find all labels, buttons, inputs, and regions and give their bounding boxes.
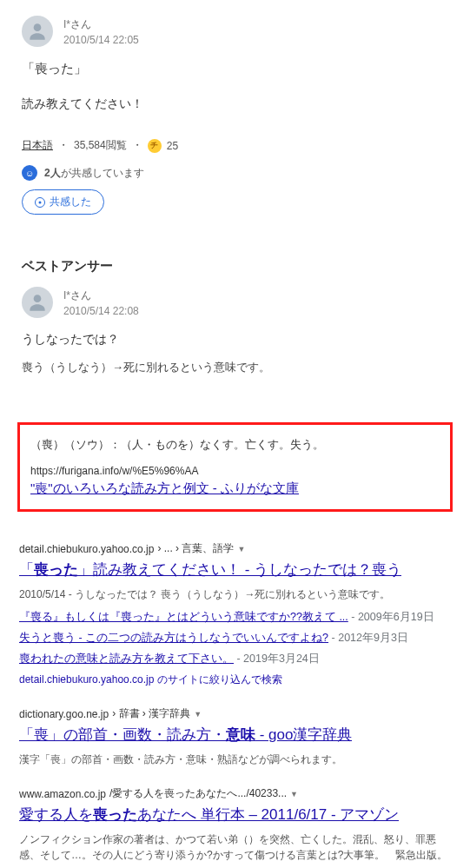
result-title-link[interactable]: 「喪」の部首・画数・読み方・意味 - goo漢字辞典 bbox=[19, 725, 352, 745]
chevron-down-icon[interactable]: ▼ bbox=[194, 710, 202, 719]
highlight-definition: （喪）（ソウ）：（人・ものを）なくす。亡くす。失う。 bbox=[30, 437, 440, 453]
related-link[interactable]: 喪われたの意味と読み方を教えて下さい。 bbox=[19, 653, 234, 665]
result-domain: detail.chiebukuro.yahoo.co.jp bbox=[19, 543, 154, 555]
sympathize-count: 2人 bbox=[44, 167, 61, 179]
answer-line-1: うしなったでは？ bbox=[22, 332, 448, 348]
coin-icon: チ bbox=[148, 139, 162, 153]
related-date: - 2012年9月3日 bbox=[332, 632, 408, 644]
related-link[interactable]: 失うと喪う - この二つの読み方はうしなうでいいんですよね? bbox=[19, 632, 328, 644]
answerer-username[interactable]: I* bbox=[63, 289, 70, 301]
result-path: /愛する人を喪ったあなたへ.../40233... bbox=[109, 786, 287, 801]
best-answer: I*さん 2010/5/14 22:08 うしなったでは？ 喪う（うしなう）→死… bbox=[0, 287, 470, 407]
svg-point-0 bbox=[34, 23, 42, 31]
best-answer-heading: ベストアンサー bbox=[0, 258, 470, 275]
related-date: - 2009年6月19日 bbox=[351, 611, 434, 623]
view-count: 35,584閲覧 bbox=[74, 138, 127, 153]
question-title: 「喪った」 bbox=[22, 61, 448, 77]
search-result: www.amazon.co.jp /愛する人を喪ったあなたへ.../40233.… bbox=[19, 786, 451, 863]
highlight-box: （喪）（ソウ）：（人・ものを）なくす。亡くす。失う。 https://furig… bbox=[17, 422, 453, 512]
related-link[interactable]: 『喪る』もしくは『喪った』とはどういう意味ですか??教えて ... bbox=[19, 611, 348, 623]
chevron-down-icon[interactable]: ▼ bbox=[237, 545, 245, 553]
search-result: detail.chiebukuro.yahoo.co.jp › ... › 言葉… bbox=[19, 541, 451, 687]
question-body: 読み教えてください！ bbox=[22, 96, 448, 112]
result-title-link[interactable]: 愛する人を喪ったあなたへ 単行本 – 2011/6/17 - アマゾン bbox=[19, 805, 399, 825]
coin-count: 25 bbox=[167, 140, 178, 152]
answerer-row: I*さん 2010/5/14 22:08 bbox=[22, 287, 448, 318]
sympathize-row: ☺ 2人が共感しています bbox=[22, 165, 448, 181]
share-icon bbox=[35, 197, 45, 208]
share-button[interactable]: 共感した bbox=[22, 189, 104, 215]
chevron-down-icon[interactable]: ▼ bbox=[290, 790, 298, 798]
answerer-avatar[interactable] bbox=[22, 287, 53, 318]
asker-timestamp: 2010/5/14 22:05 bbox=[63, 34, 139, 46]
result-path: › ... › 言葉、語学 bbox=[157, 541, 234, 556]
breadcrumb: detail.chiebukuro.yahoo.co.jp › ... › 言葉… bbox=[19, 541, 451, 556]
site-restrict-link[interactable]: detail.chiebukuro.yahoo.co.jp のサイトに絞り込んで… bbox=[19, 673, 451, 687]
svg-point-1 bbox=[34, 295, 42, 302]
sympathize-badge-icon: ☺ bbox=[22, 165, 37, 181]
result-domain: dictionary.goo.ne.jp bbox=[19, 708, 109, 720]
result-snippet: 漢字「喪」の部首・画数・読み方・意味・熟語などが調べられます。 bbox=[19, 752, 451, 767]
asker-username[interactable]: I* bbox=[63, 18, 70, 30]
breadcrumb: dictionary.goo.ne.jp › 辞書 › 漢字辞典 ▼ bbox=[19, 706, 451, 721]
result-domain: www.amazon.co.jp bbox=[19, 788, 106, 800]
category-link[interactable]: 日本語 bbox=[22, 138, 53, 153]
breadcrumb: www.amazon.co.jp /愛する人を喪ったあなたへ.../40233.… bbox=[19, 786, 451, 801]
sympathize-text: が共感しています bbox=[61, 167, 144, 179]
asker-avatar[interactable] bbox=[22, 16, 53, 47]
highlight-link[interactable]: "喪"のいろいろな読み方と例文 - ふりがな文庫 bbox=[30, 480, 299, 495]
search-results: detail.chiebukuro.yahoo.co.jp › ... › 言葉… bbox=[0, 534, 470, 868]
asker-suffix: さん bbox=[70, 18, 91, 30]
related-date: - 2019年3月24日 bbox=[236, 653, 319, 665]
result-snippet: ノンフィクション作家の著者は、かつて若い弟（）を突然、亡くした。混乱、怒り、罪悪… bbox=[19, 832, 451, 863]
asker-row: I*さん 2010/5/14 22:05 bbox=[22, 16, 448, 47]
result-path: › 辞書 › 漢字辞典 bbox=[112, 706, 190, 721]
answer-line-2: 喪う（うしなう）→死に別れるという意味です。 bbox=[22, 360, 448, 375]
question-meta: 日本語 ・ 35,584閲覧 ・ チ 25 bbox=[22, 138, 448, 153]
highlight-url: https://furigana.info/w/%E5%96%AA bbox=[30, 465, 440, 477]
related-links: 『喪る』もしくは『喪った』とはどういう意味ですか??教えて ... - 2009… bbox=[19, 607, 451, 669]
share-label: 共感した bbox=[50, 195, 91, 209]
result-snippet: 2010/5/14 - うしなったでは？ 喪う（うしなう）→死に別れるという意味… bbox=[19, 586, 451, 602]
search-result: dictionary.goo.ne.jp › 辞書 › 漢字辞典 ▼「喪」の部首… bbox=[19, 706, 451, 767]
result-title-link[interactable]: 「喪った」読み教えてください！ - うしなったでは？喪う bbox=[19, 560, 401, 580]
answerer-timestamp: 2010/5/14 22:08 bbox=[63, 305, 139, 317]
answerer-suffix: さん bbox=[70, 289, 91, 301]
question-post: I*さん 2010/5/14 22:05 「喪った」 読み教えてください！ 日本… bbox=[0, 0, 470, 223]
